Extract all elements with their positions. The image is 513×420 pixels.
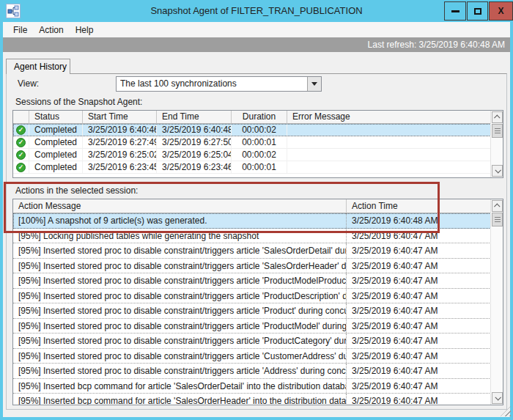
session-status: Completed [29,136,83,148]
session-row[interactable]: Completed 3/25/2019 6:25:02 AM 3/25/2019… [13,149,503,161]
action-row[interactable]: [95%] Inserted stored proc to disable co… [13,334,503,349]
refresh-status-bar: Last refresh: 3/25/2019 6:40:48 AM [3,37,510,52]
action-message: [95%] Inserted stored proc to disable co… [13,273,347,288]
session-status: Completed [29,149,83,161]
action-message: [95%] Inserted bcp command for article '… [13,379,347,394]
maximize-button[interactable] [467,1,488,21]
actions-scrollbar[interactable] [490,199,503,405]
session-error [287,161,503,173]
window-frame-left [0,22,3,420]
action-time: 3/25/2019 6:40:47 AM [347,349,503,364]
action-row[interactable]: [95%] Inserted bcp command for article '… [13,379,503,394]
menu-bar: File Action Help [3,22,510,37]
actions-label: Actions in the selected session: [15,185,138,196]
action-time: 3/25/2019 6:40:47 AM [347,319,503,334]
action-time: 3/25/2019 6:40:47 AM [347,273,503,288]
col-action-time[interactable]: Action Time [347,199,503,213]
action-row[interactable]: [95%] Locking published tables while gen… [13,229,503,244]
menu-help[interactable]: Help [70,23,100,37]
action-time: 3/25/2019 6:40:47 AM [347,243,503,258]
session-start-time: 3/25/2019 6:40:46 AM [83,124,157,136]
window-frame-right [510,22,513,420]
minimize-icon [451,10,460,12]
sessions-scrollbar[interactable] [490,111,503,177]
scroll-thumb[interactable] [492,213,503,226]
view-dropdown[interactable]: The last 100 synchronizations [116,76,322,92]
action-time: 3/25/2019 6:40:47 AM [347,303,503,318]
session-status: Completed [29,124,83,136]
action-time: 3/25/2019 6:40:47 AM [347,334,503,348]
action-message: [95%] Locking published tables while gen… [13,229,347,243]
action-message: [95%] Inserted bcp command for article '… [13,394,347,405]
session-start-time: 3/25/2019 6:27:49 AM [83,136,157,148]
session-end-time: 3/25/2019 6:25:04 AM [157,149,232,161]
action-time: 3/25/2019 6:40:47 AM [347,379,503,394]
col-error-message[interactable]: Error Message [287,111,503,124]
action-row[interactable]: [95%] Inserted stored proc to disable co… [13,303,503,319]
scroll-down-button[interactable] [492,165,503,177]
session-start-time: 3/25/2019 6:23:45 AM [83,161,157,173]
dropdown-arrow-icon [311,82,317,86]
close-icon: X [498,6,503,16]
status-completed-icon [16,125,26,135]
col-end-time[interactable]: End Time [157,111,232,124]
menu-file[interactable]: File [7,23,33,37]
action-message: [95%] Inserted stored proc to disable co… [13,259,347,273]
scroll-thumb[interactable] [492,124,503,138]
action-row[interactable]: [95%] Inserted bcp command for article '… [13,394,503,405]
session-duration: 00:00:01 [232,161,287,173]
scroll-up-button[interactable] [492,111,503,123]
title-bar[interactable]: Snapshot Agent of FILTER_TRAN_PUBLICATIO… [0,0,513,22]
scroll-up-button[interactable] [492,200,503,212]
session-row[interactable]: Completed 3/25/2019 6:40:46 AM 3/25/2019… [13,124,503,136]
actions-table-header: Action Message Action Time [13,199,503,213]
status-completed-icon [16,150,26,160]
action-message: [95%] Inserted stored proc to disable co… [13,319,347,334]
scroll-grip-icon [495,217,501,223]
action-row[interactable]: [95%] Inserted stored proc to disable co… [13,319,503,334]
actions-table: Action Message Action Time [100%] A snap… [12,199,503,405]
session-row[interactable]: Completed 3/25/2019 6:27:49 AM 3/25/2019… [13,136,503,149]
session-end-time: 3/25/2019 6:27:50 AM [157,136,232,148]
scroll-down-button[interactable] [492,392,503,404]
action-message: [95%] Inserted stored proc to disable co… [13,243,347,258]
action-row[interactable]: [95%] Inserted stored proc to disable co… [13,259,503,274]
action-row[interactable]: [95%] Inserted stored proc to disable co… [13,243,503,259]
window-frame-bottom [0,417,513,420]
session-error [287,124,503,136]
col-status-icon[interactable] [13,111,29,124]
maximize-icon [474,8,481,15]
minimize-button[interactable] [444,1,466,21]
action-message: [100%] A snapshot of 9 article(s) was ge… [13,213,347,228]
col-status[interactable]: Status [29,111,83,124]
session-duration: 00:00:02 [232,124,287,136]
session-end-time: 3/25/2019 6:40:48 AM [157,124,232,136]
action-row[interactable]: [95%] Inserted stored proc to disable co… [13,364,503,379]
session-row[interactable]: Completed 3/25/2019 6:23:45 AM 3/25/2019… [13,161,503,174]
session-status: Completed [29,161,83,173]
dropdown-arrow-button[interactable] [307,77,321,91]
col-start-time[interactable]: Start Time [83,111,157,124]
sessions-table: Status Start Time End Time Duration Erro… [12,110,503,178]
sessions-table-header: Status Start Time End Time Duration Erro… [13,111,503,124]
action-time: 3/25/2019 6:40:47 AM [347,229,503,243]
col-action-message[interactable]: Action Message [13,199,347,213]
action-time: 3/25/2019 6:40:47 AM [347,259,503,273]
action-message: [95%] Inserted stored proc to disable co… [13,289,347,303]
col-duration[interactable]: Duration [232,111,287,124]
tab-agent-history[interactable]: Agent History [6,59,70,74]
action-row[interactable]: [95%] Inserted stored proc to disable co… [13,349,503,364]
status-completed-icon [16,163,26,172]
session-error [287,149,503,161]
menu-action[interactable]: Action [33,23,69,37]
action-message: [95%] Inserted stored proc to disable co… [13,364,347,378]
action-time: 3/25/2019 6:40:47 AM [347,394,503,405]
chevron-up-icon [494,114,500,120]
action-row[interactable]: [95%] Inserted stored proc to disable co… [13,273,503,289]
session-end-time: 3/25/2019 6:23:46 AM [157,161,232,173]
action-row[interactable]: [95%] Inserted stored proc to disable co… [13,289,503,304]
close-button[interactable]: X [489,1,513,21]
action-row[interactable]: [100%] A snapshot of 9 article(s) was ge… [13,213,503,229]
sessions-label: Sessions of the Snapshot Agent: [15,97,142,107]
window-title: Snapshot Agent of FILTER_TRAN_PUBLICATIO… [0,0,513,22]
